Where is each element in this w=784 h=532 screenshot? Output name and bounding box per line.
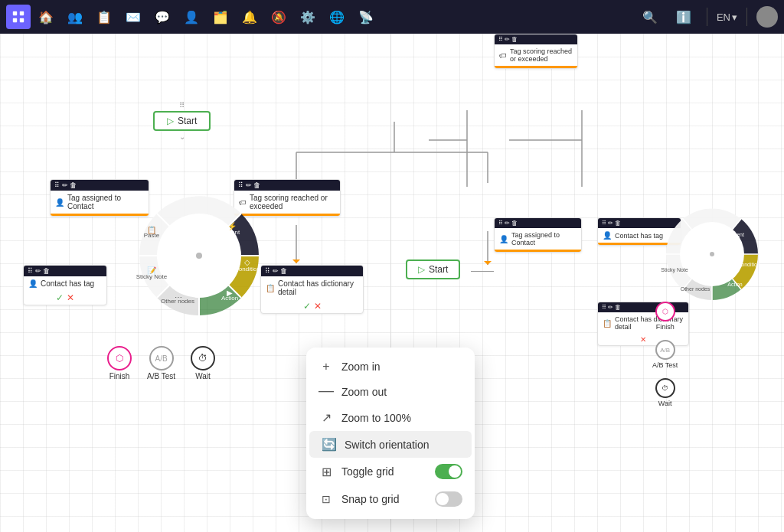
context-menu: + Zoom in — Zoom out ↗ Zoom to 100% 🔄 Sw… [306,348,475,519]
nav-bellalt-icon[interactable]: 🔕 [265,3,292,31]
svg-text:▶: ▶ [227,289,233,297]
svg-rect-3 [20,18,24,22]
bottom-nodes: ⬡ Finish A/B A/B Test ⏱ Wait [107,346,215,380]
toggle-grid-switch[interactable] [435,464,462,479]
nav-divider2 [746,8,747,26]
svg-rect-0 [13,11,17,15]
nav-mail-icon[interactable]: ✉️ [119,3,147,31]
snap-grid-icon: ⊡ [318,493,334,505]
top-navigation: 🏠 👥 📋 ✉️ 💬 👤 🗂️ 🔔 🔕 ⚙️ 🌐 📡 🔍 ℹ️ EN ▾ [0,0,784,34]
svg-text:📋: 📋 [147,225,157,235]
ab-test-node[interactable]: A/B A/B Test [147,346,175,380]
nav-users-icon[interactable]: 👥 [61,3,89,31]
language-selector[interactable]: EN ▾ [717,11,737,23]
zoom-in-item[interactable]: + Zoom in [306,354,475,380]
svg-point-36 [196,253,202,259]
nav-useradd-icon[interactable]: 👤 [178,3,205,31]
svg-text:Sticky Note: Sticky Note [661,267,688,273]
snap-grid-item[interactable]: ⊡ Snap to grid [306,485,475,513]
zoom-out-icon: — [318,383,334,398]
svg-text:Action: Action [727,282,743,287]
zoom-in-icon: + [318,360,334,374]
svg-text:Other nodes: Other nodes [681,286,710,292]
nav-bell-icon[interactable]: 🔔 [236,3,263,31]
svg-text:⚡: ⚡ [227,221,237,231]
svg-rect-1 [20,11,24,15]
svg-marker-9 [292,259,300,263]
zoom-out-item[interactable]: — Zoom out [306,380,475,404]
svg-point-54 [710,252,714,256]
switch-orientation-icon: 🔄 [322,437,337,452]
search-icon[interactable]: 🔍 [636,3,664,31]
chevron-down-icon: ▾ [732,11,737,23]
finish-node[interactable]: ⬡ Finish [107,346,132,380]
app-grid-button[interactable] [6,5,31,29]
zoom-100-item[interactable]: ↗ Zoom to 100% [306,404,475,431]
radial-menu-left: Event Condition Action Other nodes Stick… [122,179,276,335]
right-ab-test-node[interactable]: A/B A/B Test [652,340,678,369]
info-icon[interactable]: ℹ️ [670,3,697,31]
toggle-grid-icon: ⊞ [318,465,334,479]
nav-sitemap-icon[interactable]: 🌐 [323,3,351,31]
nav-network-icon[interactable]: 📡 [352,3,380,31]
canvas-area[interactable]: ⠿ ▷ Start ⌄ ⠿ ✏ 🗑 👤 Tag assigned to Cont… [0,34,784,532]
switch-orientation-item[interactable]: 🔄 Switch orientation [309,431,472,458]
nav-right-section: 🔍 ℹ️ EN ▾ [636,3,778,31]
svg-rect-2 [13,18,17,22]
svg-text:Event: Event [730,232,744,237]
start-node-left: ⠿ ▷ Start ⌄ [153,101,211,141]
nav-layers-icon[interactable]: 🗂️ [207,3,234,31]
svg-text:Condition: Condition [737,262,760,267]
wait-node[interactable]: ⏱ Wait [191,346,215,380]
svg-text:Condition: Condition [234,266,260,273]
nav-divider [707,8,707,26]
nav-home-icon[interactable]: 🏠 [32,3,60,31]
toggle-grid-item[interactable]: ⊞ Toggle grid [306,458,475,485]
svg-text:◇: ◇ [244,258,250,266]
user-avatar[interactable] [756,6,778,28]
nav-gear-icon[interactable]: ⚙️ [294,3,322,31]
zoom-100-icon: ↗ [318,410,334,425]
radial-menu-right: Event Condition Action Other nodes Stick… [651,193,773,318]
nav-clipboard-icon[interactable]: 📋 [90,3,118,31]
snap-grid-switch[interactable] [435,491,462,507]
svg-text:📝: 📝 [147,266,157,276]
right-bottom-nodes: ⬡ Finish A/B A/B Test ⏱ Wait [652,302,678,407]
svg-text:⋯: ⋯ [175,293,182,302]
right-wait-node[interactable]: ⏱ Wait [652,378,678,407]
right-start-node: ▷ Start [406,259,460,279]
svg-marker-11 [484,261,492,265]
nav-chat-icon[interactable]: 💬 [149,3,176,31]
right-finish-node[interactable]: ⬡ Finish [652,302,678,331]
